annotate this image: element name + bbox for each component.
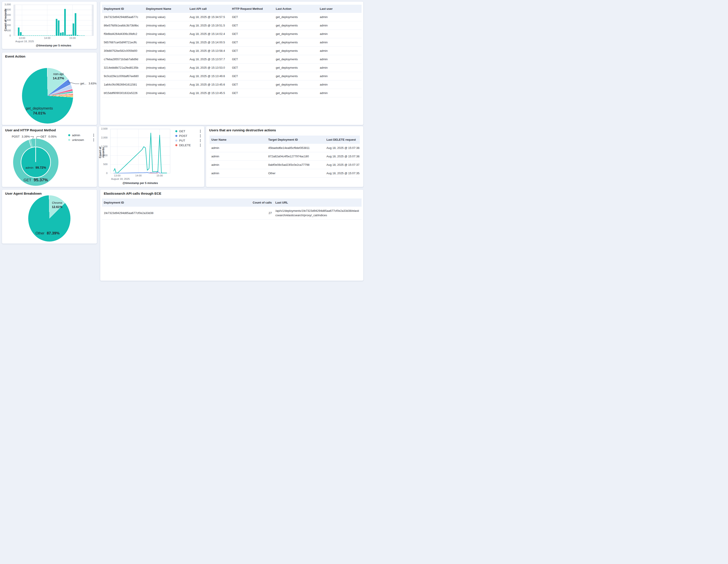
legend-label: POST	[179, 134, 187, 138]
legend-label: DELETE	[179, 144, 191, 147]
bar	[20, 32, 22, 36]
legend-item-post[interactable]: POST	[175, 134, 201, 138]
panel-title: User and HTTP Request Method	[5, 128, 56, 132]
bar	[60, 33, 62, 36]
table-cell: Aug 18, 2025 @ 15:07:35.778	[325, 169, 360, 177]
method-line-chart[interactable]	[110, 129, 170, 173]
table-cell: GET	[230, 47, 274, 55]
table-cell: (missing value)	[144, 47, 188, 55]
x-axis-title: @timestamp per 5 minutes	[14, 44, 94, 47]
column-header[interactable]: Deployment ID	[102, 5, 144, 13]
table-cell: admin	[210, 152, 266, 160]
table-cell: (missing value)	[144, 64, 188, 72]
chart-plot-area	[110, 129, 170, 173]
table-cell: (missing value)	[144, 13, 188, 21]
panel-title: Users that are running destructive actio…	[209, 128, 276, 132]
table-row: 1fe7323d94294d85aa677c(missing value)Aug…	[102, 13, 362, 21]
column-header[interactable]: HTTP Request Method	[230, 5, 274, 13]
legend-item-unknown[interactable]: unknown	[68, 138, 94, 142]
bar	[64, 9, 66, 36]
bar	[70, 35, 72, 36]
column-header[interactable]: Deployment ID	[102, 198, 247, 207]
table-cell: Aug 18, 2025 @ 15:07:37.962	[325, 161, 360, 169]
more-actions-icon[interactable]	[200, 134, 201, 138]
table-cell: admin	[318, 13, 362, 21]
bar	[62, 32, 64, 36]
more-actions-icon[interactable]	[200, 143, 201, 147]
table-cell: Aug 18, 2025 @ 15:13:45.5	[188, 89, 230, 97]
panel-records-histogram: Count of records 05001,0001,5002,0002,50…	[2, 1, 97, 49]
column-header[interactable]: Last user	[318, 5, 362, 13]
table-cell: (missing value)	[144, 89, 188, 97]
table-cell: admin	[318, 72, 362, 80]
column-header[interactable]: Target Deployment ID	[266, 136, 325, 144]
table-cell: 1a64c0fc0f826941611581	[102, 80, 144, 89]
table-cell: 45baebd6e14ea85cf9def353811	[266, 144, 325, 152]
bars[interactable]	[18, 9, 85, 36]
records-bar-chart[interactable]	[14, 5, 94, 36]
table-header-row: Deployment IDCount of callsLast URL	[102, 198, 362, 207]
table-cell: (missing value)	[144, 72, 188, 80]
pie-label-other: Other 87.39%	[25, 231, 70, 236]
table-cell: admin	[318, 38, 362, 46]
donut-callout-get: GET0.05%	[40, 135, 57, 138]
bar	[66, 35, 68, 36]
table-cell: admin	[210, 144, 266, 152]
table-cell: (missing value)	[144, 30, 188, 38]
more-actions-icon[interactable]	[93, 138, 94, 142]
legend: GETPOSTPUTDELETE	[175, 129, 201, 148]
table-cell: (missing value)	[144, 21, 188, 30]
x-axis-title: @timestamp per 5 minutes	[110, 182, 170, 185]
y-axis-tick-label: 500	[7, 29, 11, 32]
pie-label-chrome: Chrome 12.61%	[46, 201, 68, 209]
column-header[interactable]: Last DELETE request	[325, 136, 360, 144]
legend-color-dot	[68, 134, 70, 136]
pie-callout-get: get...3.63%	[80, 82, 96, 85]
more-actions-icon[interactable]	[93, 133, 94, 137]
table-cell: f5b6bd4264d4306c39dfc2	[102, 30, 144, 38]
column-header[interactable]: Last API call	[188, 5, 230, 13]
more-actions-icon[interactable]	[200, 129, 201, 133]
column-header[interactable]: Last URL	[274, 198, 362, 207]
table-cell: GET	[230, 30, 274, 38]
table-cell: (missing value)	[144, 80, 188, 89]
table-cell: admin	[210, 161, 266, 169]
legend-item-get[interactable]: GET	[175, 129, 201, 134]
bar	[68, 35, 70, 36]
table-row: admin45baebd6e14ea85cf9def353811Aug 18, …	[210, 144, 360, 152]
y-axis-tick-label: 2,000	[101, 136, 108, 139]
table-row: bf15ddf9090301632e5226(missing value)Aug…	[102, 89, 362, 97]
kibana-dashboard: Count of records 05001,0001,5002,0002,50…	[0, 0, 364, 282]
panel-method-timeseries: Count of records 05001,0001,5002,0002,50…	[98, 126, 204, 187]
panel-deployments-table: Deployment IDDeployment NameLast API cal…	[100, 1, 364, 125]
table-cell: Aug 18, 2025 @ 15:13:53.0	[188, 64, 230, 72]
deployments-table: Deployment IDDeployment NameLast API cal…	[102, 5, 362, 97]
more-actions-icon[interactable]	[200, 139, 201, 142]
column-header[interactable]: User Name	[210, 136, 266, 144]
column-header[interactable]: Count of calls	[247, 198, 274, 207]
y-axis-tick-label: 0	[106, 172, 108, 174]
table-row: 30b88752be582c0059d00(missing value)Aug …	[102, 47, 362, 55]
table-cell: 5657687ca43df4f721ecffc	[102, 38, 144, 46]
legend-item-put[interactable]: PUT	[175, 138, 201, 143]
line-series-get[interactable]	[114, 133, 167, 173]
column-header[interactable]: Last Action	[274, 5, 318, 13]
y-axis-tick-label: 0	[10, 34, 11, 37]
table-cell: GET	[230, 13, 274, 21]
legend-item-delete[interactable]: DELETE	[175, 143, 201, 148]
panel-user-method: User and HTTP Request Method POST3.39% G…	[2, 126, 97, 187]
y-axis-tick-label: 1,000	[4, 24, 11, 26]
ece-api-calls-table: Deployment IDCount of callsLast URL1fe73…	[102, 198, 362, 220]
table-cell: admin	[318, 80, 362, 89]
table-row: admin8abf0e08c5ad23f3c0e2ca77798Aug 18, …	[210, 161, 360, 169]
table-cell: Aug 18, 2025 @ 15:14:02.4	[188, 30, 230, 38]
table-cell: GET	[230, 64, 274, 72]
panel-title: User Agent Breakdown	[5, 192, 42, 195]
user-inner-pie[interactable]	[21, 147, 50, 177]
table-cell: c7feba285571b3ab7a8d9d	[102, 55, 144, 63]
legend-item-admin[interactable]: admin	[68, 133, 94, 138]
table-row: 9c0cd29e1c00fdaf67ee680(missing value)Au…	[102, 72, 362, 80]
column-header[interactable]: Deployment Name	[144, 5, 188, 13]
table-cell: get_deployments	[274, 64, 318, 72]
panel-event-action: Event Action non-api 14.27% get_deployme…	[2, 52, 97, 125]
